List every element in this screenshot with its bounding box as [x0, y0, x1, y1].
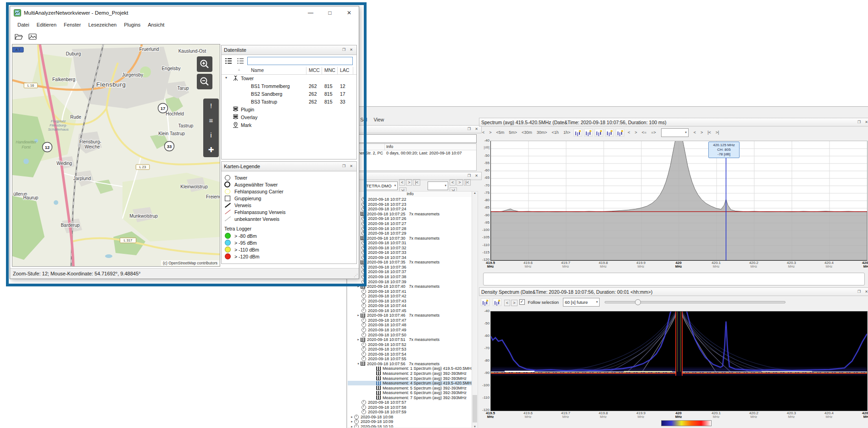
table-row[interactable]: BS3 Tastrup26281533: [222, 98, 356, 106]
timestamp-row[interactable]: 2020-09-18 10:07:54: [348, 352, 472, 357]
column-name[interactable]: Name: [251, 67, 264, 73]
menu-item-plugins[interactable]: Plugins: [120, 21, 144, 29]
statistic-icon[interactable]: [605, 129, 614, 137]
step-button[interactable]: =>: [649, 129, 658, 136]
column-lac[interactable]: LAC: [340, 67, 349, 73]
chart-tool-icon[interactable]: [584, 129, 593, 137]
timestamp-row[interactable]: ▸2020-09-18 10:07:517x measuremets: [348, 337, 472, 342]
zoom-out-button[interactable]: [197, 74, 212, 89]
close-icon[interactable]: ✕: [863, 120, 868, 125]
expander-icon[interactable]: ▾: [225, 76, 227, 80]
expander-icon[interactable]: ▾: [356, 362, 361, 366]
timestamp-row[interactable]: 2020-09-18 10:07:59: [348, 410, 472, 415]
resize-grip[interactable]: ⋰: [354, 273, 358, 278]
table-row[interactable]: BS2 Sandberg26281517: [222, 90, 356, 98]
nav-button[interactable]: >: [406, 179, 412, 186]
menu-item-datei[interactable]: Datei: [14, 21, 33, 29]
tower-marker[interactable]: 12: [43, 143, 52, 152]
nav-button[interactable]: <: [480, 129, 487, 136]
step-button[interactable]: <: [625, 129, 632, 136]
float-icon[interactable]: ❐: [856, 289, 862, 295]
image-button[interactable]: [27, 31, 39, 42]
timestamp-row[interactable]: 2020-09-18 10:07:55: [348, 357, 472, 362]
maximize-button[interactable]: □: [320, 7, 339, 19]
page-button[interactable]: >: [698, 129, 705, 136]
future-window-combo[interactable]: 60 [s] future▾: [563, 298, 600, 307]
zoom-range-button[interactable]: <5m: [494, 129, 507, 136]
float-icon[interactable]: ❐: [341, 164, 347, 169]
menu-item-fenster[interactable]: Fenster: [60, 21, 84, 29]
scroll-thumb[interactable]: [473, 395, 477, 423]
step-button[interactable]: >: [632, 129, 639, 136]
zoom-range-button[interactable]: <1h: [550, 129, 561, 136]
goto-selection-icon[interactable]: [481, 298, 490, 306]
timestamp-row[interactable]: ▾2020-09-18 10:07:567x measuremets: [348, 362, 472, 367]
measurement-row[interactable]: Measurement: 7 Spectrum (avg) 392-393MHz: [348, 395, 472, 400]
slider-knob[interactable]: [635, 299, 641, 305]
column-mcc[interactable]: MCC: [309, 67, 320, 73]
timestamp-row[interactable]: ▸2020-09-18 10:07:467x measuremets: [348, 313, 472, 318]
nav-button[interactable]: >: [456, 179, 462, 186]
follow-selection-checkbox[interactable]: ✓: [519, 299, 525, 305]
menu-item-lesezeichen[interactable]: Lesezeichen: [84, 21, 120, 29]
map-view[interactable]: FruerlundKauslund-OstDuburgEngelsbyJürge…: [12, 44, 220, 267]
measurement-type-combo[interactable]: TETRA DMO▾: [364, 181, 398, 190]
nav-button[interactable]: <: [450, 179, 456, 186]
float-icon[interactable]: ❐: [341, 47, 347, 53]
zoom-range-button[interactable]: 30m>: [534, 129, 550, 136]
page-button[interactable]: >|: [713, 129, 722, 136]
density-plot[interactable]: [490, 311, 868, 411]
tree-group-tower[interactable]: ▾Tower: [222, 75, 356, 82]
history-slider[interactable]: [605, 301, 785, 303]
timestamp-row[interactable]: 2020-09-18 10:07:50: [348, 332, 472, 337]
timestamp-row[interactable]: ▸2020-09-18 10:09: [348, 419, 472, 424]
nav-button[interactable]: >: [487, 129, 494, 136]
measurement-row[interactable]: Measurement: 5 Spectrum (avg) 392-393MHz: [348, 385, 472, 390]
zoom-range-button[interactable]: <30m: [519, 129, 534, 136]
timestamp-row[interactable]: 2020-09-18 10:07:52: [348, 342, 472, 347]
timestamp-row[interactable]: ▸2020-09-18 10:10: [348, 424, 472, 428]
menu-item-view[interactable]: View: [373, 117, 384, 124]
float-icon[interactable]: ❐: [466, 126, 472, 132]
timestamp-row[interactable]: 2020-09-18 10:07:45: [348, 308, 472, 313]
timestamp-row[interactable]: 2020-09-18 10:07:49: [348, 328, 472, 333]
tree-scrollbar[interactable]: ▲ ▼: [472, 191, 478, 428]
nav-button[interactable]: <: [399, 179, 405, 186]
zoom-range-button[interactable]: 5m>: [506, 129, 519, 136]
measurement-row[interactable]: Measurement: 6 Spectrum (avg) 392-393MHz: [348, 390, 472, 395]
export-icon[interactable]: [616, 129, 624, 137]
datenliste-column-headers[interactable]: ▵ Name MCC MNC LAC: [222, 67, 356, 75]
expander-icon[interactable]: ▸: [350, 415, 354, 419]
timestamp-row[interactable]: 2020-09-18 10:07:57: [348, 400, 472, 405]
timestamp-row[interactable]: 2020-09-18 10:07:58: [348, 405, 472, 410]
goto-selection-icon[interactable]: [573, 129, 582, 137]
close-button[interactable]: ✕: [339, 7, 359, 19]
close-icon[interactable]: ✕: [863, 289, 868, 295]
alert-icon[interactable]: !: [210, 99, 212, 113]
minimize-button[interactable]: —: [301, 7, 320, 19]
close-icon[interactable]: ✕: [473, 126, 479, 132]
timestamp-row[interactable]: 2020-09-18 10:07:47: [348, 318, 472, 323]
search-input[interactable]: [247, 57, 353, 65]
timestamp-row[interactable]: 2020-09-18 10:07:42: [348, 294, 472, 299]
scroll-down-arrow[interactable]: ▼: [472, 425, 478, 428]
page-button[interactable]: <: [691, 129, 698, 136]
chart-tool-icon[interactable]: [595, 129, 603, 137]
list-view-button[interactable]: [223, 57, 234, 65]
pan-icon[interactable]: ✚: [208, 143, 214, 157]
spectrum-plot[interactable]: [490, 141, 868, 261]
timestamp-row[interactable]: 2020-09-18 10:07:43: [348, 298, 472, 303]
spectrum-combo[interactable]: ▾: [661, 128, 689, 137]
nav-button[interactable]: >: [511, 300, 517, 306]
close-icon[interactable]: ✕: [348, 47, 354, 53]
measurement-row[interactable]: Measurement: 1 Spectrum (avg) 419.5-420.…: [348, 366, 472, 371]
column-mnc[interactable]: MNC: [324, 67, 335, 73]
scroll-up-arrow[interactable]: ▲: [472, 192, 478, 194]
tree-group-overlay[interactable]: Overlay: [222, 114, 356, 121]
expander-icon[interactable]: ▸: [356, 313, 361, 317]
measurement-row[interactable]: Measurement: 3 Spectrum (avg) 392-393MHz: [348, 376, 472, 381]
info-icon[interactable]: i: [210, 128, 211, 142]
info-filter-input[interactable]: [349, 134, 477, 143]
page-button[interactable]: |<: [705, 129, 713, 136]
open-project-button[interactable]: [13, 31, 25, 42]
